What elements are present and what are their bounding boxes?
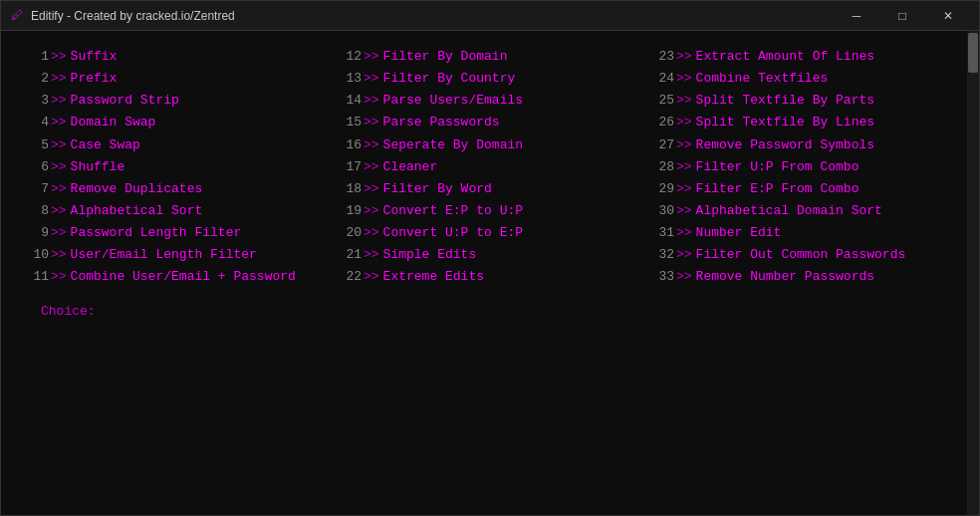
- item-arrow-icon: >>: [676, 69, 692, 89]
- item-label: Number Edit: [696, 223, 782, 243]
- item-arrow-icon: >>: [676, 135, 692, 155]
- menu-item[interactable]: 2 >> Prefix: [21, 69, 334, 89]
- menu-col-2: 12 >> Filter By Domain13 >> Filter By Co…: [334, 47, 646, 288]
- window-controls: ─ □ ✕: [834, 1, 971, 31]
- menu-item[interactable]: 3 >> Password Strip: [21, 91, 334, 111]
- menu-item[interactable]: 28 >> Filter U:P From Combo: [646, 157, 959, 177]
- item-number: 27: [646, 135, 674, 155]
- item-label: Filter U:P From Combo: [696, 157, 859, 177]
- item-label: Split Textfile By Parts: [696, 91, 874, 111]
- item-number: 16: [334, 135, 362, 155]
- menu-item[interactable]: 27 >> Remove Password Symbols: [646, 135, 959, 155]
- item-arrow-icon: >>: [364, 267, 379, 287]
- item-label: Password Strip: [71, 91, 179, 111]
- item-label: Suffix: [71, 47, 118, 67]
- item-arrow-icon: >>: [676, 47, 692, 67]
- item-number: 11: [21, 267, 49, 287]
- menu-item[interactable]: 15 >> Parse Passwords: [334, 113, 646, 132]
- menu-item[interactable]: 21 >> Simple Edits: [334, 245, 646, 265]
- item-number: 28: [646, 157, 674, 177]
- item-label: Split Textfile By Lines: [696, 113, 874, 132]
- menu-item[interactable]: 29 >> Filter E:P From Combo: [646, 179, 959, 199]
- item-number: 21: [334, 245, 362, 265]
- menu-item[interactable]: 8 >> Alphabetical Sort: [21, 201, 334, 221]
- item-label: Remove Number Passwords: [696, 267, 874, 287]
- item-label: Extreme Edits: [383, 267, 484, 287]
- menu-item[interactable]: 18 >> Filter By Word: [334, 179, 646, 199]
- main-window: 🖊 Editify - Created by cracked.io/Zentre…: [0, 0, 980, 516]
- minimize-button[interactable]: ─: [834, 1, 879, 31]
- item-arrow-icon: >>: [51, 245, 67, 265]
- item-arrow-icon: >>: [676, 157, 692, 177]
- item-arrow-icon: >>: [364, 179, 379, 199]
- item-arrow-icon: >>: [51, 47, 67, 67]
- menu-item[interactable]: 14 >> Parse Users/Emails: [334, 91, 646, 111]
- item-label: Parse Users/Emails: [383, 91, 523, 111]
- item-label: Filter By Domain: [383, 47, 508, 67]
- menu-item[interactable]: 22 >> Extreme Edits: [334, 267, 646, 287]
- item-label: Filter Out Common Passwords: [696, 245, 906, 265]
- menu-item[interactable]: 20 >> Convert U:P to E:P: [334, 223, 646, 243]
- item-label: Case Swap: [71, 135, 140, 155]
- item-number: 31: [646, 223, 674, 243]
- scrollbar-thumb[interactable]: [968, 33, 978, 73]
- close-button[interactable]: ✕: [925, 1, 971, 31]
- item-arrow-icon: >>: [676, 223, 692, 243]
- item-number: 23: [646, 47, 674, 67]
- menu-item[interactable]: 33 >> Remove Number Passwords: [646, 267, 959, 287]
- item-label: Combine User/Email + Password: [71, 267, 296, 287]
- item-label: Filter By Word: [383, 179, 492, 199]
- item-number: 6: [21, 157, 49, 177]
- item-number: 1: [21, 47, 49, 67]
- item-label: Shuffle: [71, 157, 125, 177]
- item-arrow-icon: >>: [676, 267, 692, 287]
- item-number: 14: [334, 91, 362, 111]
- item-arrow-icon: >>: [676, 179, 692, 199]
- menu-item[interactable]: 32 >> Filter Out Common Passwords: [646, 245, 959, 265]
- menu-item[interactable]: 6 >> Shuffle: [21, 157, 334, 177]
- item-number: 4: [21, 113, 49, 132]
- menu-item[interactable]: 25 >> Split Textfile By Parts: [646, 91, 959, 111]
- menu-item[interactable]: 31 >> Number Edit: [646, 223, 959, 243]
- item-arrow-icon: >>: [364, 135, 379, 155]
- menu-item[interactable]: 19 >> Convert E:P to U:P: [334, 201, 646, 221]
- menu-item[interactable]: 11 >> Combine User/Email + Password: [21, 267, 334, 287]
- menu-item[interactable]: 7 >> Remove Duplicates: [21, 179, 334, 199]
- window-title: Editify - Created by cracked.io/Zentred: [31, 9, 235, 23]
- item-number: 17: [334, 157, 362, 177]
- item-number: 29: [646, 179, 674, 199]
- menu-item[interactable]: 5 >> Case Swap: [21, 135, 334, 155]
- item-label: Filter E:P From Combo: [696, 179, 859, 199]
- item-number: 2: [21, 69, 49, 89]
- menu-item[interactable]: 1 >> Suffix: [21, 47, 334, 67]
- item-label: Extract Amount Of Lines: [696, 47, 874, 67]
- menu-item[interactable]: 13 >> Filter By Country: [334, 69, 646, 89]
- menu-item[interactable]: 12 >> Filter By Domain: [334, 47, 646, 67]
- menu-item[interactable]: 30 >> Alphabetical Domain Sort: [646, 201, 959, 221]
- item-arrow-icon: >>: [51, 135, 67, 155]
- menu-item[interactable]: 10 >> User/Email Length Filter: [21, 245, 334, 265]
- content-area: 1 >> Suffix2 >> Prefix3 >> Password Stri…: [1, 31, 979, 515]
- item-label: Parse Passwords: [383, 113, 500, 132]
- item-number: 30: [646, 201, 674, 221]
- menu-item[interactable]: 24 >> Combine Textfiles: [646, 69, 959, 89]
- item-arrow-icon: >>: [51, 267, 67, 287]
- menu-item[interactable]: 17 >> Cleaner: [334, 157, 646, 177]
- maximize-button[interactable]: □: [879, 1, 925, 31]
- item-number: 10: [21, 245, 49, 265]
- item-arrow-icon: >>: [51, 201, 67, 221]
- menu-item[interactable]: 16 >> Seperate By Domain: [334, 135, 646, 155]
- menu-item[interactable]: 9 >> Password Length Filter: [21, 223, 334, 243]
- title-bar-left: 🖊 Editify - Created by cracked.io/Zentre…: [9, 8, 235, 24]
- item-label: Filter By Country: [383, 69, 516, 89]
- item-arrow-icon: >>: [364, 157, 379, 177]
- item-label: Convert E:P to U:P: [383, 201, 523, 221]
- menu-item[interactable]: 4 >> Domain Swap: [21, 113, 334, 132]
- scrollbar[interactable]: [967, 31, 979, 515]
- menu-item[interactable]: 23 >> Extract Amount Of Lines: [646, 47, 959, 67]
- item-arrow-icon: >>: [51, 223, 67, 243]
- item-label: Alphabetical Sort: [71, 201, 203, 221]
- item-arrow-icon: >>: [364, 69, 379, 89]
- menu-item[interactable]: 26 >> Split Textfile By Lines: [646, 113, 959, 132]
- item-label: Domain Swap: [71, 113, 156, 132]
